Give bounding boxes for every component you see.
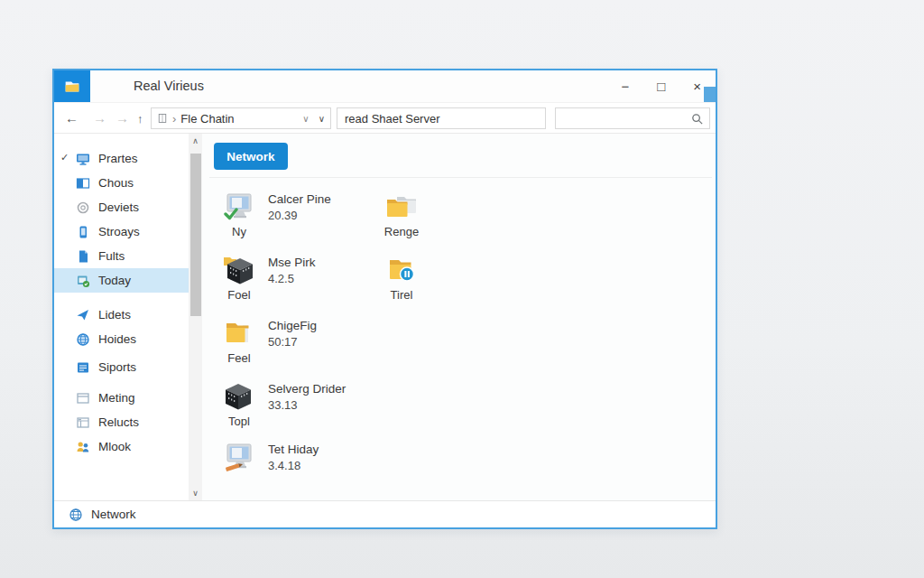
- monitor-icon: [76, 152, 90, 166]
- window-corner-accent: [704, 87, 716, 102]
- window-outline-icon: [76, 391, 90, 406]
- titlebar[interactable]: Real Virieus − □ ×: [54, 70, 716, 103]
- server-cube-folder-icon: [223, 255, 255, 287]
- file-item-selverg-drider[interactable]: Selverg Drider 33.13 Topl: [223, 381, 376, 428]
- sidebar-item-siports[interactable]: Siports: [54, 355, 189, 379]
- phone-icon: [76, 225, 90, 239]
- file-meta: Calcer Pine 20.39: [268, 192, 331, 222]
- file-subtitle: 3.4.18: [268, 459, 319, 472]
- ring-icon: [76, 200, 90, 215]
- sidebar-item-mlook[interactable]: Mlook: [54, 434, 189, 459]
- window-title: Real Virieus: [134, 79, 204, 93]
- sidebar-item-meting[interactable]: Meting: [54, 386, 189, 410]
- network-filter-button[interactable]: Network: [214, 143, 288, 170]
- computer-check-icon: [223, 191, 255, 224]
- address-input[interactable]: [337, 108, 545, 128]
- sidebar-item-label: Hoides: [98, 332, 136, 346]
- sidebar-scrollbar[interactable]: ∧ ∨: [189, 134, 202, 500]
- file-title: Tet Hiday: [268, 443, 319, 456]
- sidebar-item-label: Today: [98, 274, 131, 287]
- sidebar-item-fults[interactable]: Fults: [54, 244, 189, 268]
- file-subtitle: 4.2.5: [268, 272, 316, 285]
- sidebar-item-today[interactable]: Today: [54, 268, 189, 293]
- maximize-icon[interactable]: □: [657, 79, 665, 93]
- file-caption: Feel: [219, 351, 259, 365]
- sidebar-item-label: Lidets: [98, 308, 131, 322]
- explorer-window: Real Virieus − □ × ← → → ↑ › Fle Chatin …: [52, 69, 717, 529]
- file-caption: Tirel: [382, 288, 421, 302]
- file-meta: Selverg Drider 33.13: [268, 382, 346, 412]
- minimize-icon[interactable]: −: [621, 79, 629, 93]
- sidebar-item-lidets[interactable]: Lidets: [54, 303, 189, 327]
- file-item-tirel[interactable]: Tirel: [385, 255, 539, 302]
- globe-icon: [76, 332, 90, 347]
- recent-locations-icon[interactable]: →: [116, 109, 129, 127]
- chevron-down-icon[interactable]: ∨: [319, 114, 325, 124]
- sidebar-item-chous[interactable]: Chous: [54, 171, 189, 195]
- file-title: ChigeFig: [268, 319, 317, 332]
- toolbar: ← → → ↑ › Fle Chatin ∨ ∨: [54, 103, 716, 134]
- file-meta: ChigeFig 50:17: [268, 319, 317, 349]
- file-subtitle: 50:17: [268, 335, 317, 349]
- back-icon[interactable]: ←: [65, 109, 79, 127]
- statusbar-label[interactable]: Network: [91, 508, 136, 521]
- file-item-calcer-pine[interactable]: Calcer Pine 20.39 Ny: [223, 191, 376, 238]
- app-icon: [54, 70, 90, 102]
- forward-icon[interactable]: →: [93, 109, 106, 127]
- file-caption: Foel: [219, 288, 259, 302]
- close-icon[interactable]: ×: [693, 79, 701, 93]
- window-frame-icon: [76, 415, 90, 430]
- send-arrow-icon: [76, 308, 90, 322]
- divider: [209, 177, 712, 178]
- breadcrumb-location[interactable]: Fle Chatin: [180, 112, 298, 126]
- file-item-tet-hiday[interactable]: Tet Hiday 3.4.18: [223, 442, 376, 474]
- sidebar-item-deviets[interactable]: Deviets: [54, 195, 189, 219]
- sidebar-item-relucts[interactable]: Relucts: [54, 410, 189, 434]
- scrollbar-thumb[interactable]: [190, 154, 201, 316]
- file-caption: Topl: [219, 415, 259, 428]
- file-item-chigefig[interactable]: ChigeFig 50:17 Feel: [223, 318, 376, 365]
- search-field-wrap: [555, 107, 710, 129]
- sidebar-item-hoides[interactable]: Hoides: [54, 327, 189, 351]
- window-controls: − □ ×: [621, 70, 701, 102]
- sidebar: ✓ Prartes Chous: [54, 134, 189, 500]
- search-icon[interactable]: [690, 112, 704, 126]
- file-title: Selverg Drider: [268, 382, 346, 396]
- sidebar-item-prartes[interactable]: ✓ Prartes: [54, 146, 189, 171]
- file-title: Calcer Pine: [268, 192, 331, 206]
- statusbar: Network: [54, 500, 716, 527]
- file-title: Mse Pirk: [268, 256, 316, 269]
- sidebar-item-stroays[interactable]: Stroays: [54, 219, 189, 244]
- location-icon: [157, 112, 168, 125]
- breadcrumb[interactable]: › Fle Chatin ∨ ∨: [151, 107, 331, 129]
- sidebar-item-label: Chous: [98, 176, 134, 190]
- folder-paused-icon: [385, 255, 418, 287]
- sidebar-item-label: Stroays: [98, 225, 140, 238]
- window-split-icon: [76, 176, 90, 191]
- scroll-up-icon[interactable]: ∧: [189, 136, 202, 145]
- search-input[interactable]: [556, 108, 709, 128]
- file-items: Calcer Pine 20.39 Ny: [202, 179, 716, 500]
- sidebar-item-label: Deviets: [98, 200, 139, 214]
- file-subtitle: 33.13: [268, 398, 346, 412]
- double-folder-icon: [385, 191, 418, 224]
- server-cube-icon: [223, 381, 255, 414]
- sidebar-item-label: Meting: [98, 391, 135, 405]
- content-area: ✓ Prartes Chous: [54, 134, 716, 500]
- file-item-renge[interactable]: Renge: [385, 191, 539, 238]
- file-item-mse-pirk[interactable]: Mse Pirk 4.2.5 Foel: [223, 255, 376, 302]
- computer-edit-icon: [223, 442, 255, 474]
- document-icon: [76, 249, 90, 264]
- calendar-check-icon: [76, 274, 90, 288]
- scroll-down-icon[interactable]: ∨: [189, 489, 202, 498]
- breadcrumb-separator: ›: [172, 112, 176, 126]
- file-subtitle: 20.39: [268, 209, 331, 222]
- file-list-pane: Network Calcer Pine 20.39: [202, 134, 716, 500]
- chevron-down-icon[interactable]: ∨: [302, 114, 309, 124]
- breadcrumb-chevrons: ∨ ∨: [302, 114, 325, 124]
- explorer-icon: [62, 77, 82, 97]
- sidebar-item-label: Fults: [98, 249, 125, 263]
- up-icon[interactable]: ↑: [137, 110, 143, 128]
- folder-icon: [223, 318, 255, 350]
- address-field-wrap: [337, 107, 546, 129]
